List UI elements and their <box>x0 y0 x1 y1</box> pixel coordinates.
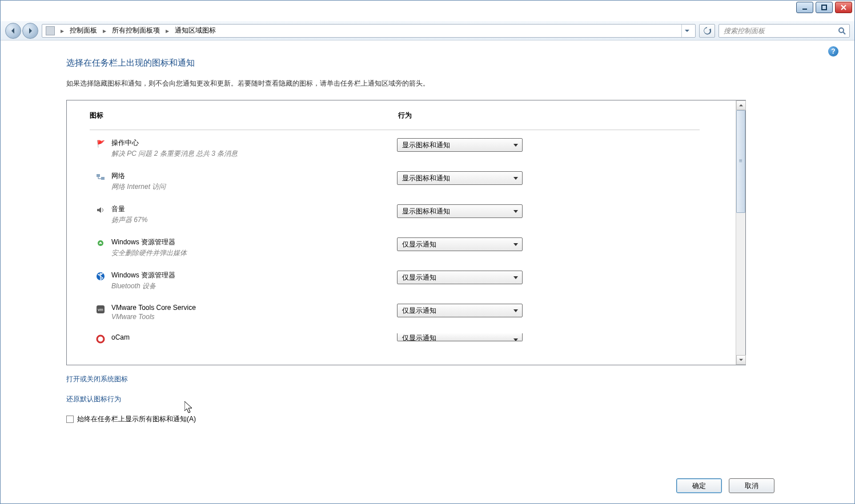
chevron-right-icon: ▸ <box>163 27 171 35</box>
action-center-icon: 🚩 <box>96 139 105 148</box>
always-show-label: 始终在任务栏上显示所有图标和通知(A) <box>77 414 196 424</box>
always-show-checkbox[interactable] <box>66 416 74 423</box>
scroll-down-button[interactable] <box>736 355 746 365</box>
eject-icon <box>96 239 105 248</box>
svg-text:vm: vm <box>98 308 103 312</box>
column-header-icon: 图标 <box>90 111 398 127</box>
explorer-navbar: ▸ 控制面板 ▸ 所有控制面板项 ▸ 通知区域图标 <box>1 21 854 41</box>
content-area: ? 选择在任务栏上出现的图标和通知 如果选择隐藏图标和通知，则不会向您通知更改和… <box>1 41 854 503</box>
control-panel-window: ▸ 控制面板 ▸ 所有控制面板项 ▸ 通知区域图标 ? 选择在任务栏上出现的图标… <box>0 0 855 504</box>
link-restore-defaults[interactable]: 还原默认图标行为 <box>66 394 820 404</box>
item-subtitle: 安全删除硬件并弹出媒体 <box>111 248 397 258</box>
back-button[interactable] <box>5 23 21 39</box>
list-item: 网络 网络 Internet 访问 显示图标和通知 <box>90 171 718 192</box>
chevron-right-icon: ▸ <box>101 27 109 35</box>
list-item: 🚩 操作中心 解决 PC 问题 2 条重要消息 总共 3 条消息 显示图标和通知 <box>90 138 718 159</box>
behaviour-select[interactable]: 显示图标和通知 <box>397 138 523 152</box>
ok-button[interactable]: 确定 <box>676 478 722 493</box>
window-controls <box>794 1 854 14</box>
item-subtitle: Bluetooth 设备 <box>111 281 397 291</box>
behaviour-select[interactable]: 显示图标和通知 <box>397 204 523 218</box>
bluetooth-icon <box>96 272 105 281</box>
vertical-scrollbar[interactable] <box>736 100 745 365</box>
cancel-button[interactable]: 取消 <box>729 478 774 493</box>
behaviour-select[interactable]: 仅显示通知 <box>397 304 523 317</box>
column-header-behaviour: 行为 <box>398 111 547 127</box>
search-input[interactable] <box>722 26 846 35</box>
icon-list-frame: 图标 行为 🚩 操作中心 解决 PC 问题 2 条重要消息 总共 3 条消息 显… <box>66 100 746 365</box>
list-item: oCam 仅显示通知 <box>90 333 718 344</box>
address-dropdown[interactable] <box>681 25 692 37</box>
close-button[interactable] <box>835 2 852 13</box>
page-description: 如果选择隐藏图标和通知，则不会向您通知更改和更新。若要随时查看隐藏的图标，请单击… <box>66 79 820 88</box>
list-item: vm VMware Tools Core Service VMware Tool… <box>90 304 718 321</box>
related-links: 打开或关闭系统图标 还原默认图标行为 始终在任务栏上显示所有图标和通知(A) <box>66 374 820 424</box>
item-title: Windows 资源管理器 <box>111 271 397 280</box>
scroll-up-button[interactable] <box>736 100 746 110</box>
forward-button[interactable] <box>22 23 38 39</box>
svg-line-3 <box>843 32 845 34</box>
minimize-button[interactable] <box>796 2 813 13</box>
item-title: VMware Tools Core Service <box>111 304 397 312</box>
item-subtitle: 解决 PC 问题 2 条重要消息 总共 3 条消息 <box>111 149 397 159</box>
volume-icon <box>96 205 105 215</box>
item-title: 网络 <box>111 171 397 181</box>
item-title: 音量 <box>111 204 397 214</box>
network-icon <box>96 172 105 182</box>
svg-rect-4 <box>97 174 100 177</box>
behaviour-select[interactable]: 仅显示通知 <box>397 333 523 341</box>
breadcrumb-root[interactable]: 控制面板 <box>70 26 97 35</box>
behaviour-select[interactable]: 仅显示通知 <box>397 271 523 284</box>
item-subtitle: 扬声器 67% <box>111 215 397 225</box>
list-item: Windows 资源管理器 Bluetooth 设备 仅显示通知 <box>90 271 718 291</box>
header-divider <box>90 130 700 130</box>
chevron-right-icon: ▸ <box>58 27 66 35</box>
vmware-icon: vm <box>96 305 105 314</box>
breadcrumb-leaf[interactable]: 通知区域图标 <box>175 26 216 35</box>
search-box[interactable] <box>718 24 850 38</box>
search-icon <box>838 27 846 37</box>
item-subtitle: 网络 Internet 访问 <box>111 182 397 192</box>
ocam-icon <box>96 334 105 344</box>
list-item: Windows 资源管理器 安全删除硬件并弹出媒体 仅显示通知 <box>90 237 718 258</box>
page-title: 选择在任务栏上出现的图标和通知 <box>66 58 820 68</box>
svg-rect-1 <box>822 5 826 10</box>
help-icon[interactable]: ? <box>828 46 838 57</box>
link-system-icons[interactable]: 打开或关闭系统图标 <box>66 374 820 384</box>
svg-rect-0 <box>802 9 807 10</box>
list-item: 音量 扬声器 67% 显示图标和通知 <box>90 204 718 225</box>
item-subtitle: VMware Tools <box>111 313 397 321</box>
refresh-button[interactable] <box>699 24 715 38</box>
dialog-buttons: 确定 取消 <box>676 478 774 493</box>
behaviour-select[interactable]: 仅显示通知 <box>397 237 523 251</box>
svg-point-10 <box>97 336 104 342</box>
address-bar[interactable]: ▸ 控制面板 ▸ 所有控制面板项 ▸ 通知区域图标 <box>42 24 696 38</box>
scroll-thumb[interactable] <box>736 110 745 213</box>
item-title: 操作中心 <box>111 138 397 148</box>
column-headers: 图标 行为 <box>90 111 718 127</box>
item-title: Windows 资源管理器 <box>111 237 397 247</box>
maximize-button[interactable] <box>816 2 833 13</box>
svg-point-2 <box>839 28 844 33</box>
breadcrumb-mid[interactable]: 所有控制面板项 <box>112 26 160 35</box>
item-title: oCam <box>111 333 397 341</box>
behaviour-select[interactable]: 显示图标和通知 <box>397 171 523 185</box>
svg-rect-5 <box>101 177 105 180</box>
control-panel-icon <box>46 26 55 35</box>
